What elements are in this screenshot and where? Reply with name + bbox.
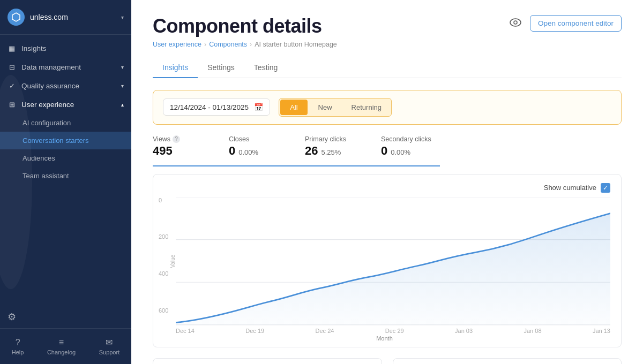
sidebar-support-button[interactable]: ✉ Support	[94, 335, 125, 358]
breadcrumb-sep-2: ›	[250, 41, 252, 48]
sidebar-subitem-ai-configuration[interactable]: AI configuration	[0, 114, 131, 132]
sidebar-subitem-audiences[interactable]: Audiences	[0, 149, 131, 167]
y-label-0: 0	[159, 197, 171, 203]
user-experience-icon: ⊞	[8, 101, 16, 109]
x-label-dec24: Dec 24	[316, 328, 334, 334]
changelog-icon: ≡	[59, 338, 64, 347]
sidebar-subitem-label: Team assistant	[23, 172, 69, 180]
chart-container: Show cumulative ✓ 600 400 200 0 Value	[153, 174, 622, 347]
svg-point-2	[514, 21, 517, 24]
breadcrumb-user-experience[interactable]: User experience	[153, 41, 201, 48]
metric-secondary-clicks: Secondary clicks 0 0.00%	[381, 135, 440, 158]
date-range-value: 12/14/2024 - 01/13/2025	[170, 103, 249, 111]
help-icon: ?	[16, 338, 20, 347]
metric-secondary-clicks-label: Secondary clicks	[381, 135, 440, 143]
calendar-icon: 📅	[254, 103, 263, 111]
user-experience-chevron: ▴	[121, 102, 124, 108]
sidebar-item-user-experience[interactable]: ⊞ User experience ▴	[0, 95, 131, 114]
data-management-icon: ⊟	[8, 63, 16, 71]
page-header: Component details Open component editor	[153, 15, 622, 37]
x-label-jan08: Jan 08	[524, 328, 542, 334]
sidebar-gear-area: ⚙	[0, 306, 131, 328]
audience-filter: All New Returning	[279, 98, 392, 117]
x-axis: Dec 14 Dec 19 Dec 24 Dec 29 Jan 03 Jan 0…	[159, 325, 610, 334]
metrics-row: Views ? 495 Closes 0 0.00% Primary click…	[153, 135, 440, 166]
x-label-dec19: Dec 19	[245, 328, 264, 334]
chart-svg	[176, 197, 610, 325]
metric-views-value: 495	[153, 144, 212, 158]
audience-all-button[interactable]: All	[280, 100, 307, 115]
main-content: Component details Open component editor …	[131, 0, 643, 364]
show-cumulative-label: Show cumulative	[544, 184, 596, 192]
preview-icon[interactable]	[507, 15, 524, 32]
sidebar-subitem-team-assistant[interactable]: Team assistant	[0, 167, 131, 185]
sidebar: unless.com ▾ ▦ Insights ⊟ Data managemen…	[0, 0, 131, 364]
support-icon: ✉	[106, 337, 113, 347]
y-label-600: 600	[159, 307, 171, 314]
tab-insights[interactable]: Insights	[153, 58, 198, 78]
bottom-cards: Versions Activity	[153, 358, 622, 365]
breadcrumb-current: AI starter button Homepage	[255, 41, 337, 48]
tab-testing[interactable]: Testing	[244, 58, 287, 78]
audience-new-button[interactable]: New	[309, 98, 342, 116]
sidebar-item-data-management[interactable]: ⊟ Data management ▾	[0, 58, 131, 77]
logo-icon	[8, 9, 25, 26]
x-label-dec14: Dec 14	[176, 328, 195, 334]
metric-primary-clicks-value: 26 5.25%	[305, 144, 364, 158]
metric-closes-label: Closes	[229, 135, 288, 143]
y-axis-title: Value	[170, 254, 176, 268]
x-label-jan03: Jan 03	[455, 328, 473, 334]
page-title: Component details	[153, 15, 322, 37]
metric-secondary-clicks-value: 0 0.00%	[381, 144, 440, 158]
tab-bar: Insights Settings Testing	[153, 58, 622, 78]
changelog-label: Changelog	[47, 349, 76, 355]
gear-icon[interactable]: ⚙	[8, 311, 16, 323]
chart-wrapper: 600 400 200 0 Value	[159, 197, 610, 325]
svg-marker-0	[12, 13, 20, 21]
sidebar-item-label: Insights	[21, 44, 47, 52]
metric-primary-clicks: Primary clicks 26 5.25%	[305, 135, 364, 158]
sidebar-domain: unless.com	[30, 13, 116, 21]
tab-settings[interactable]: Settings	[198, 58, 244, 78]
sidebar-bottom: ? Help ≡ Changelog ✉ Support	[0, 328, 131, 364]
views-help-icon[interactable]: ?	[173, 135, 180, 143]
help-label: Help	[12, 349, 24, 355]
support-label: Support	[99, 349, 120, 355]
sidebar-help-button[interactable]: ? Help	[6, 336, 29, 358]
breadcrumb-components[interactable]: Components	[209, 41, 247, 48]
sidebar-subitem-label: AI configuration	[23, 119, 71, 127]
filter-card: 12/14/2024 - 01/13/2025 📅 All New Return…	[153, 90, 622, 125]
audience-returning-button[interactable]: Returning	[342, 98, 391, 116]
x-axis-title: Month	[159, 335, 610, 342]
activity-card: Activity	[393, 358, 622, 365]
data-management-chevron: ▾	[121, 64, 124, 70]
x-label-jan13: Jan 13	[593, 328, 610, 334]
metric-closes-value: 0 0.00%	[229, 144, 288, 158]
sidebar-subitem-label: Audiences	[23, 154, 55, 162]
quality-assurance-icon: ✓	[8, 82, 16, 90]
sidebar-domain-chevron[interactable]: ▾	[121, 14, 124, 20]
chart-controls: Show cumulative ✓	[159, 183, 610, 193]
date-range-picker[interactable]: 12/14/2024 - 01/13/2025 📅	[163, 98, 270, 116]
metric-views: Views ? 495	[153, 135, 212, 158]
versions-card: Versions	[153, 358, 382, 365]
breadcrumb-sep-1: ›	[204, 41, 206, 48]
sidebar-item-label: Quality assurance	[21, 82, 79, 90]
metric-primary-clicks-label: Primary clicks	[305, 135, 364, 143]
metric-views-label: Views ?	[153, 135, 212, 143]
sidebar-changelog-button[interactable]: ≡ Changelog	[42, 336, 81, 358]
quality-assurance-chevron: ▾	[121, 83, 124, 89]
header-actions: Open component editor	[507, 15, 622, 32]
x-label-dec29: Dec 29	[385, 328, 404, 334]
open-editor-button[interactable]: Open component editor	[530, 15, 622, 32]
sidebar-subitem-conversation-starters[interactable]: Conversation starters	[0, 132, 131, 149]
sidebar-item-quality-assurance[interactable]: ✓ Quality assurance ▾	[0, 77, 131, 95]
breadcrumb: User experience › Components › AI starte…	[153, 41, 622, 48]
sidebar-nav: ▦ Insights ⊟ Data management ▾ ✓ Quality…	[0, 35, 131, 306]
svg-point-1	[510, 19, 521, 26]
sidebar-logo[interactable]: unless.com ▾	[0, 0, 131, 35]
insights-icon: ▦	[8, 44, 16, 52]
sidebar-item-label: User experience	[21, 101, 74, 109]
sidebar-item-insights[interactable]: ▦ Insights	[0, 39, 131, 58]
show-cumulative-checkbox[interactable]: ✓	[601, 183, 610, 193]
